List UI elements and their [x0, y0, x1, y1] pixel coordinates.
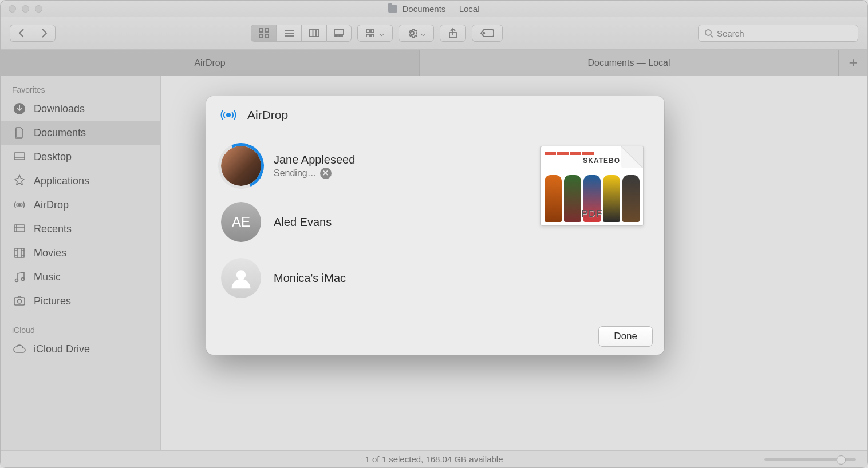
avatar	[221, 146, 261, 186]
svg-point-41	[226, 113, 231, 117]
recipient-name: Jane Appleseed	[274, 153, 355, 166]
file-preview: SKATEBO PDF	[535, 146, 649, 300]
cancel-send-button[interactable]: ✕	[320, 168, 332, 179]
airdrop-icon	[219, 105, 238, 125]
recipient-status: Sending… ✕	[274, 168, 355, 179]
sheet-title: AirDrop	[247, 108, 288, 122]
sheet-body: Jane Appleseed Sending… ✕ AE Aled Evans	[206, 134, 664, 318]
svg-point-42	[236, 270, 246, 280]
sheet-footer: Done	[206, 318, 664, 355]
recipient[interactable]: AE Aled Evans	[221, 202, 518, 242]
recipient-list: Jane Appleseed Sending… ✕ AE Aled Evans	[221, 146, 518, 300]
done-button[interactable]: Done	[598, 326, 653, 347]
document-thumbnail: SKATEBO PDF	[540, 146, 644, 226]
recipient[interactable]: Jane Appleseed Sending… ✕	[221, 146, 518, 186]
avatar	[221, 258, 261, 298]
recipient[interactable]: Monica's iMac	[221, 258, 518, 298]
airdrop-sheet: AirDrop Jane Appleseed Sending… ✕ AE Ale…	[206, 96, 664, 355]
file-type-badge: PDF	[582, 208, 603, 220]
avatar: AE	[221, 202, 261, 242]
recipient-name: Monica's iMac	[274, 272, 346, 285]
recipient-name: Aled Evans	[274, 216, 332, 229]
sheet-header: AirDrop	[206, 96, 664, 134]
